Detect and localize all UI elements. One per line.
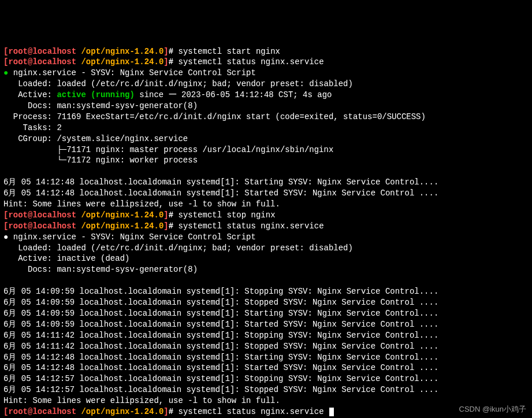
prompt-hash: #	[169, 407, 173, 416]
prompt-rb: ]	[163, 407, 168, 416]
process-line: Process: 71169 ExecStart=/etc/rc.d/init.…	[3, 112, 426, 121]
command: systemctl status nginx.service	[178, 407, 324, 416]
log-line: 6月 05 14:09:59 localhost.localdomain sys…	[3, 309, 438, 318]
cursor-icon	[329, 408, 334, 416]
log-line: 6月 05 14:09:59 localhost.localdomain sys…	[3, 320, 438, 329]
cgroup-child: ├─71171 nginx: master process /usr/local…	[3, 145, 333, 154]
prompt-user: root	[8, 407, 28, 416]
prompt-host: localhost	[32, 57, 76, 66]
loaded-line: Loaded: loaded (/etc/rc.d/init.d/nginx; …	[3, 79, 353, 88]
command: systemctl stop nginx	[178, 210, 276, 220]
log-line: 6月 05 14:12:57 localhost.localdomain sys…	[3, 385, 438, 394]
docs-line: Docs: man:systemd-sysv-generator(8)	[3, 265, 198, 274]
cgroup-line: CGroup: /system.slice/nginx.service	[3, 134, 188, 143]
prompt-user: root	[8, 221, 28, 231]
terminal[interactable]: [root@localhost /opt/nginx-1.24.0]# syst…	[3, 46, 529, 417]
log-line: 6月 05 14:11:42 localhost.localdomain sys…	[3, 342, 438, 351]
command: systemctl status nginx.service	[178, 57, 324, 66]
prompt-hash: #	[169, 57, 173, 66]
log-line: 6月 05 14:09:59 localhost.localdomain sys…	[3, 287, 438, 296]
log-line: 6月 05 14:12:48 localhost.localdomain sys…	[3, 188, 438, 198]
prompt: [root@localhost /opt/nginx-1.24.0]#	[3, 57, 173, 66]
prompt-path: /opt/nginx-1.24.0	[81, 407, 163, 416]
prompt-hash: #	[169, 221, 173, 231]
log-line: 6月 05 14:12:48 localhost.localdomain sys…	[3, 363, 438, 372]
service-title: nginx.service - SYSV: Nginx Service Cont…	[8, 232, 255, 242]
tasks-line: Tasks: 2	[3, 123, 62, 132]
loaded-line: Loaded: loaded (/etc/rc.d/init.d/nginx; …	[3, 243, 353, 253]
prompt: [root@localhost /opt/nginx-1.24.0]#	[3, 210, 173, 220]
running-word: (running)	[86, 90, 135, 99]
watermark: CSDN @ikun小鸡子	[459, 404, 527, 415]
prompt: [root@localhost /opt/nginx-1.24.0]#	[3, 221, 173, 231]
hint-line: Hint: Some lines were ellipsized, use -l…	[3, 396, 280, 405]
active-word: active	[57, 90, 85, 99]
command: systemctl status nginx.service	[178, 221, 324, 231]
log-line: 6月 05 14:12:48 localhost.localdomain sys…	[3, 353, 438, 362]
docs-line: Docs: man:systemd-sysv-generator(8)	[3, 101, 198, 110]
prompt: [root@localhost /opt/nginx-1.24.0]#	[3, 407, 173, 416]
prompt-host: localhost	[32, 407, 76, 416]
prompt-host: localhost	[32, 210, 76, 220]
hint-line: Hint: Some lines were ellipsized, use -l…	[3, 199, 280, 209]
prompt-host: localhost	[32, 221, 76, 231]
prompt-host: localhost	[32, 47, 76, 56]
prompt-path: /opt/nginx-1.24.0	[81, 221, 163, 231]
active-line: Active: inactive (dead)	[3, 254, 129, 263]
command: systemctl start nginx	[178, 47, 280, 56]
prompt-rb: ]	[163, 57, 168, 66]
log-line: 6月 05 14:12:48 localhost.localdomain sys…	[3, 177, 438, 187]
prompt-path: /opt/nginx-1.24.0	[81, 57, 163, 66]
log-line: 6月 05 14:09:59 localhost.localdomain sys…	[3, 298, 438, 307]
prompt-user: root	[8, 57, 28, 66]
active-label: Active:	[3, 90, 57, 99]
log-line: 6月 05 14:11:42 localhost.localdomain sys…	[3, 331, 438, 340]
prompt: [root@localhost /opt/nginx-1.24.0]#	[3, 47, 173, 56]
prompt-rb: ]	[163, 210, 168, 220]
cgroup-child: └─71172 nginx: worker process	[3, 156, 198, 165]
prompt-path: /opt/nginx-1.24.0	[81, 210, 163, 220]
prompt-hash: #	[169, 47, 173, 56]
prompt-hash: #	[169, 210, 173, 220]
active-rest: since 一 2023-06-05 14:12:48 CST; 4s ago	[135, 90, 332, 99]
prompt-path: /opt/nginx-1.24.0	[81, 47, 163, 56]
service-title: nginx.service - SYSV: Nginx Service Cont…	[8, 68, 255, 77]
prompt-rb: ]	[163, 47, 168, 56]
prompt-rb: ]	[163, 221, 168, 231]
prompt-user: root	[8, 47, 28, 56]
prompt-user: root	[8, 210, 28, 220]
log-line: 6月 05 14:12:57 localhost.localdomain sys…	[3, 374, 438, 383]
